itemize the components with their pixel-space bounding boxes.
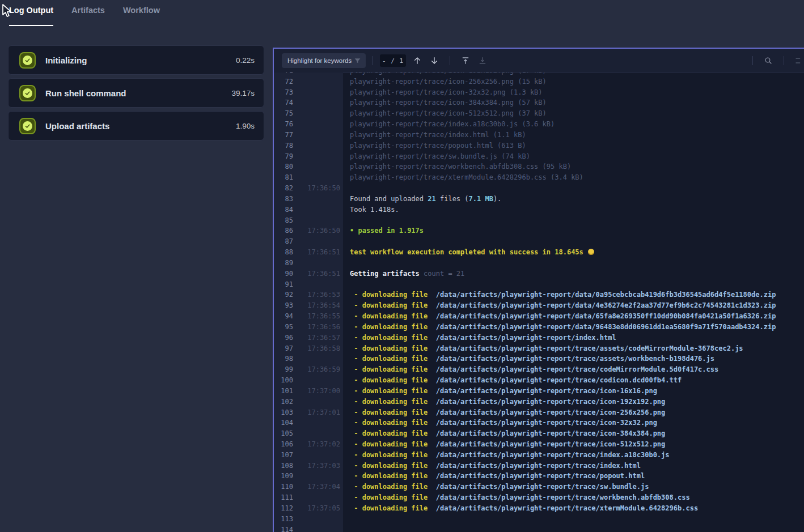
log-segment-path: /data/artifacts/playwright-report/trace/…	[428, 440, 665, 448]
step-duration: 39.17s	[231, 89, 255, 97]
log-line-content: - downloading file /data/artifacts/playw…	[343, 503, 804, 514]
step-card-initializing[interactable]: Initializing0.22s	[8, 45, 264, 75]
log-segment-yellow: - downloading file	[350, 323, 428, 331]
log-line-number: 86	[274, 225, 293, 236]
log-line-content: playwright-report/trace/icon-32x32.png (…	[343, 87, 804, 98]
step-title: Upload artifacts	[45, 121, 109, 131]
log-line-number: 112	[274, 503, 293, 514]
tab-workflow[interactable]: Workflow	[123, 0, 160, 26]
log-segment-yellow: - downloading file	[350, 504, 428, 512]
step-card-run-shell-command[interactable]: Run shell command39.17s	[8, 78, 264, 108]
log-segment-dim: playwright-report/trace/sw.bundle.js (74…	[350, 152, 530, 160]
log-line-content	[343, 236, 804, 247]
search-button[interactable]	[763, 55, 774, 66]
log-timestamp: 17:36:56	[293, 322, 343, 333]
log-line-number: 74	[274, 97, 293, 108]
log-segment-white: files (	[436, 195, 469, 203]
log-timestamp	[293, 194, 343, 205]
log-segment-path: /data/artifacts/playwright-report/data/4…	[428, 301, 776, 309]
log-line-number: 77	[274, 130, 293, 141]
log-timestamp: 17:36:54	[293, 300, 343, 311]
log-line: 77playwright-report/trace/index.html (1.…	[274, 130, 804, 141]
log-line-number: 114	[274, 525, 293, 532]
log-line-content: - downloading file /data/artifacts/playw…	[343, 375, 804, 386]
log-line: 114	[274, 525, 804, 532]
log-timestamp: 17:36:50	[293, 183, 343, 194]
log-line: 10817:37:03 - downloading file /data/art…	[274, 461, 804, 471]
scroll-to-bottom-button[interactable]	[477, 55, 488, 66]
log-line-content: playwright-report/trace/icon-512x512.png…	[343, 108, 804, 119]
log-line-content: - downloading file /data/artifacts/playw…	[343, 407, 804, 418]
clipped-toolbar-button[interactable]	[794, 55, 804, 66]
log-line-content: - downloading file /data/artifacts/playw…	[343, 461, 804, 471]
toolbar-divider	[784, 56, 784, 65]
log-line: 78playwright-report/trace/popout.html (6…	[274, 141, 804, 151]
log-segment-path: /data/artifacts/playwright-report/trace/…	[428, 462, 641, 470]
log-line-number: 106	[274, 439, 293, 450]
log-segment-path: /data/artifacts/playwright-report/trace/…	[428, 408, 665, 416]
log-timestamp: 17:37:01	[293, 407, 343, 418]
log-line: 10117:37:00 - downloading file /data/art…	[274, 386, 804, 397]
log-line-number: 71	[274, 73, 293, 76]
log-segment-white: Found and uploaded	[350, 195, 428, 203]
log-line-number: 109	[274, 471, 293, 482]
log-line-number: 107	[274, 450, 293, 461]
log-segment-yellow: - downloading file	[350, 387, 428, 395]
log-line-content: playwright-report/trace/icon-384x384.png…	[343, 97, 804, 108]
log-line: 79playwright-report/trace/sw.bundle.js (…	[274, 151, 804, 162]
scroll-to-top-button[interactable]	[460, 55, 471, 66]
log-segment-dim: playwright-report/trace/icon-32x32.png (…	[350, 88, 543, 96]
log-line-content: playwright-report/trace/icon-256x256.png…	[343, 76, 804, 87]
log-segment-path: /data/artifacts/playwright-report/trace/…	[428, 429, 665, 437]
log-segment-path: /data/artifacts/playwright-report/trace/…	[428, 483, 649, 491]
log-segment-dim: playwright-report/trace/icon-512x512.png…	[350, 109, 547, 117]
log-line-number: 100	[274, 375, 293, 386]
step-card-upload-artifacts[interactable]: Upload artifacts1.90s	[8, 111, 264, 141]
log-timestamp	[293, 141, 343, 151]
log-line: 10617:37:02 - downloading file /data/art…	[274, 439, 804, 450]
log-line-number: 79	[274, 151, 293, 162]
log-segment-path: /data/artifacts/playwright-report/trace/…	[428, 398, 665, 406]
log-line-number: 105	[274, 428, 293, 439]
log-segment-yellow: - downloading file	[350, 483, 428, 491]
tabbar: Log OutputArtifactsWorkflow	[0, 0, 804, 26]
log-line: 9517:36:56 - downloading file /data/arti…	[274, 322, 804, 333]
log-output[interactable]: 71playwright-report/trace/icon-192x192.p…	[274, 73, 804, 532]
log-segment-yellow: - downloading file	[350, 472, 428, 480]
log-line-content: playwright-report/trace/workbench.abfdb3…	[343, 161, 804, 172]
log-timestamp	[293, 87, 343, 98]
next-match-button[interactable]	[429, 55, 440, 66]
log-timestamp: 17:37:02	[293, 439, 343, 450]
prev-match-button[interactable]	[412, 55, 423, 66]
log-segment-yellow: - downloading file	[350, 334, 428, 342]
log-line-content: playwright-report/trace/icon-192x192.png…	[343, 73, 804, 76]
log-line-number: 88	[274, 247, 293, 258]
log-line-number: 99	[274, 364, 293, 375]
log-line-number: 108	[274, 461, 293, 471]
log-line-number: 83	[274, 194, 293, 205]
log-timestamp	[293, 151, 343, 162]
log-line: 87	[274, 236, 804, 247]
log-line: 83Found and uploaded 21 files (7.1 MB).	[274, 194, 804, 205]
log-timestamp: 17:36:59	[293, 364, 343, 375]
highlight-keywords-input[interactable]: Highlight for keywords	[282, 53, 366, 68]
log-line-number: 89	[274, 258, 293, 269]
tab-artifacts[interactable]: Artifacts	[71, 0, 105, 26]
log-segment-dim: playwright-report/trace/index.a18c30b0.j…	[350, 120, 555, 128]
log-line: 100 - downloading file /data/artifacts/p…	[274, 375, 804, 386]
log-segment-path: /data/artifacts/playwright-report/trace/…	[428, 451, 669, 459]
log-line: 113	[274, 514, 804, 525]
log-segment-yellow: - downloading file	[350, 291, 428, 299]
log-line-content: - downloading file /data/artifacts/playw…	[343, 450, 804, 461]
log-segment-path: /data/artifacts/playwright-report/data/6…	[428, 312, 776, 320]
log-line-content: - downloading file /data/artifacts/playw…	[343, 439, 804, 450]
log-segment-muted: count = 21	[420, 270, 464, 278]
tab-log-output[interactable]: Log Output	[9, 0, 53, 26]
log-segment-path: /data/artifacts/playwright-report/trace/…	[428, 355, 714, 363]
log-line-number: 101	[274, 386, 293, 397]
log-timestamp	[293, 428, 343, 439]
log-line-number: 97	[274, 343, 293, 354]
log-line: 71playwright-report/trace/icon-192x192.p…	[274, 73, 804, 76]
log-line: 89	[274, 258, 804, 269]
log-line: 104 - downloading file /data/artifacts/p…	[274, 418, 804, 428]
